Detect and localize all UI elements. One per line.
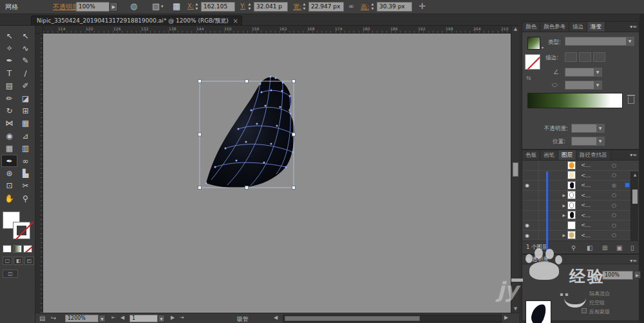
layer-thumbnail[interactable] [567,191,578,199]
close-tab-icon[interactable]: × [232,16,238,26]
layers-scrollbar-thumb[interactable] [632,190,638,204]
target-circle-icon[interactable]: ○ [612,172,622,178]
layers-group-tab[interactable]: 色板 [522,150,540,160]
artboard-number-field[interactable]: 1 [129,315,158,322]
layer-thumbnail[interactable] [567,221,578,230]
hand-tool[interactable]: ✋ [1,192,17,204]
horizontal-scrollbar-thumb[interactable] [285,316,420,321]
target-circle-icon[interactable]: ◎ [612,182,622,188]
appearance-circle-icon[interactable]: ◍ [130,1,137,11]
height-stepper[interactable]: ▲▼ [370,2,375,12]
prev-artboard-icon[interactable]: ◀ [120,315,124,320]
free-transform-tool[interactable]: ▦ [17,117,33,130]
gradient-group-tab[interactable]: 颜色参考 [540,22,569,32]
visibility-eye-icon[interactable]: ◉ [522,220,539,230]
gradient-group-tab[interactable]: 描边 [569,22,587,32]
mesh-options-icon[interactable]: ▧ [152,1,160,11]
collapse-diamond-icon[interactable]: ◇ [526,256,532,262]
document-tab[interactable]: Nipic_3350424_20190413172918819000.ai* @… [31,15,242,26]
stroke-gradient-along-button[interactable] [579,52,591,62]
horizontal-scrollbar[interactable] [283,315,502,322]
status-share-icon[interactable]: ↪ [51,315,56,322]
artboard-dropdown-icon[interactable]: ▼ [158,315,165,322]
scroll-up-icon[interactable]: ▲ [631,171,639,178]
magic-wand-tool[interactable]: ✧ [1,42,17,54]
reverse-gradient-icon[interactable]: ⇆ [526,75,531,81]
chevron-down-icon[interactable]: ▼ [626,37,634,45]
width-field[interactable]: 22.947 px [308,2,344,12]
opacity-dropdown-icon[interactable]: ▶ [109,2,118,12]
visibility-eye-icon[interactable] [522,191,539,201]
hscroll-right-icon[interactable]: ▶ [504,315,508,320]
expand-chevron-icon[interactable]: ▶ [539,233,567,237]
target-circle-icon[interactable]: ○ [612,212,622,218]
layer-row[interactable]: ▶<...○ [522,201,639,211]
rectangle-tool[interactable]: ▤ [1,80,17,92]
gradient-aspect-select[interactable]: ▼ [565,81,602,90]
pencil-tool[interactable]: ✏ [1,92,17,104]
zoom-tool[interactable]: ⚲ [17,192,33,204]
layers-group-tab[interactable]: 画笔 [540,150,558,160]
stroke-swatch[interactable] [13,222,30,239]
expand-chevron-icon[interactable]: ▶ [539,203,567,208]
visibility-eye-icon[interactable] [522,211,539,220]
gradient-group-tab[interactable]: 颜色 [522,22,540,32]
y-field[interactable]: 32.041 p [254,2,288,12]
perspective-grid-tool[interactable]: ⊿ [17,130,33,142]
graph-tool[interactable]: ▙ [17,167,33,179]
layer-row[interactable]: ◉<...◎ [522,181,639,191]
gradient-type-select[interactable]: ▼ [565,37,634,46]
stop-location-select[interactable]: ▼ [571,137,605,146]
chevron-down-icon[interactable]: ▼ [594,81,601,89]
layer-name-label[interactable]: <... [578,202,612,208]
vertical-scrollbar-thumb[interactable] [513,162,518,177]
rotate-tool[interactable]: ↻ [1,104,17,117]
zoom-dropdown-icon[interactable]: ▼ [99,315,106,322]
layer-row[interactable]: <...○ [522,171,639,181]
panel-menu-icon[interactable]: ▾≡ [630,24,637,30]
draw-inside-button[interactable]: ◰ [24,257,34,265]
layer-row[interactable]: <...○ [522,161,639,171]
layer-thumbnail[interactable] [567,201,578,210]
target-circle-icon[interactable]: ○ [612,202,622,208]
hscroll-left-icon[interactable]: ◀ [274,315,278,320]
layer-row[interactable]: ▶<...○ [522,211,639,221]
opacity-step-icon[interactable]: ▶ [634,271,641,279]
layer-row[interactable]: ◉▶<...○ [522,231,639,241]
delete-layer-trash-icon[interactable]: ▯ [630,242,634,254]
y-label[interactable]: Y: [240,3,245,10]
target-circle-icon[interactable]: ○ [612,192,622,198]
eyedropper-tool[interactable]: ✒ [1,155,17,167]
line-tool[interactable]: ∕ [17,67,33,79]
vertical-scrollbar[interactable]: ▲ ▼ [511,26,519,313]
layer-thumbnail[interactable] [567,161,578,170]
height-label[interactable]: 高: [361,3,369,12]
layer-name-label[interactable]: <... [578,222,612,228]
artboard-tool[interactable]: ⊡ [1,180,17,192]
gradient-swatch-dropdown-icon[interactable]: ▾ [542,45,544,50]
layer-row[interactable]: ◉<...○ [522,220,639,231]
artboard[interactable] [43,34,511,313]
layer-thumbnail[interactable] [567,231,578,239]
opacity-select[interactable]: 100% [602,271,633,280]
layer-name-label[interactable]: <... [578,232,612,239]
layer-thumbnail[interactable] [567,211,578,219]
status-collapse-icon[interactable]: ▤ [39,315,45,322]
color-button[interactable] [3,245,12,253]
type-tool[interactable]: T [1,67,17,79]
gradient-preview-swatch[interactable] [527,37,540,50]
pen-tool[interactable]: ✒ [1,55,17,67]
layers-scrollbar[interactable]: ▲ ▼ [630,171,638,251]
chevron-down-icon[interactable]: ▾ [161,4,164,9]
mesh-tool[interactable]: ▦ [1,142,17,155]
first-artboard-icon[interactable]: ⇤ [111,315,116,320]
width-stepper[interactable]: ▲▼ [301,2,307,12]
locate-object-icon[interactable]: ⚲ [571,242,576,254]
layer-thumbnail[interactable] [567,171,578,179]
gradient-angle-select[interactable]: ▼ [565,68,602,77]
visibility-eye-icon[interactable]: ◉ [522,181,539,190]
chevron-down-icon[interactable]: ▼ [596,124,604,132]
zoom-level-field[interactable]: 1200% [65,315,99,322]
lasso-tool[interactable]: ∿ [17,42,33,54]
new-sublayer-icon[interactable]: ⊞ [602,242,607,254]
